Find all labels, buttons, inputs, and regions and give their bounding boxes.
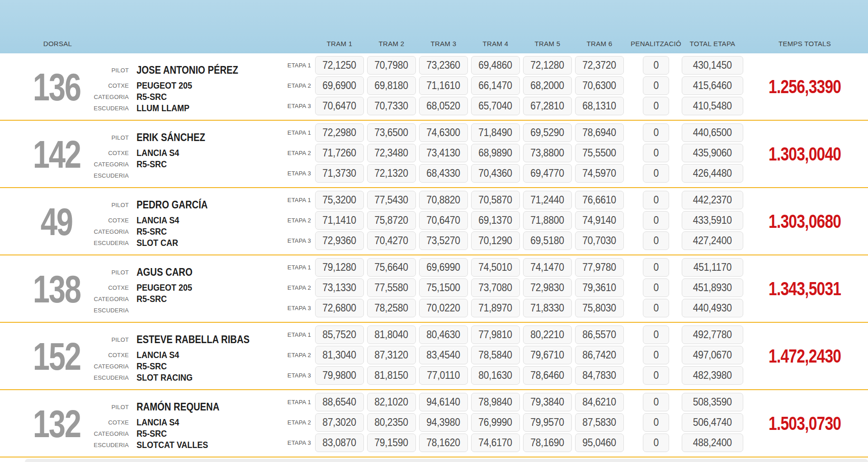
tram-cell[interactable]: 80,1630 [471,366,520,385]
tram-cell[interactable]: 88,6540 [315,393,364,411]
tram-cell[interactable]: 77,0110 [419,366,468,385]
tram-cell[interactable]: 80,2350 [367,413,416,432]
etapa-total-cell[interactable]: 482,3980 [682,366,743,385]
penalty-cell[interactable]: 0 [643,258,669,277]
tram-cell[interactable]: 81,8040 [367,325,416,344]
tram-cell[interactable]: 76,6610 [575,191,624,209]
tram-cell[interactable]: 73,5270 [419,231,468,250]
tram-cell[interactable]: 86,5570 [575,325,624,344]
etapa-total-cell[interactable]: 440,4930 [682,299,743,317]
tram-cell[interactable]: 68,2000 [523,76,572,95]
tram-cell[interactable]: 79,3840 [523,393,572,411]
tram-cell[interactable]: 70,6470 [315,97,364,115]
etapa-total-cell[interactable]: 440,6500 [682,123,743,142]
tram-cell[interactable]: 65,7040 [471,97,520,115]
tram-cell[interactable]: 71,1410 [315,211,364,230]
tram-cell[interactable]: 70,4270 [367,231,416,250]
tram-cell[interactable]: 69,6900 [315,76,364,95]
tram-cell[interactable]: 69,5180 [523,231,572,250]
penalty-cell[interactable]: 0 [643,144,669,162]
tram-cell[interactable]: 71,1610 [419,76,468,95]
tram-cell[interactable]: 69,1370 [471,211,520,230]
tram-cell[interactable]: 74,6300 [419,123,468,142]
penalty-cell[interactable]: 0 [643,97,669,115]
etapa-total-cell[interactable]: 415,6460 [682,76,743,95]
tram-cell[interactable]: 72,9360 [315,231,364,250]
etapa-total-cell[interactable]: 451,1170 [682,258,743,277]
tram-cell[interactable]: 71,7260 [315,144,364,162]
penalty-cell[interactable]: 0 [643,346,669,364]
tram-cell[interactable]: 72,1280 [523,56,572,75]
etapa-total-cell[interactable]: 435,9060 [682,144,743,162]
penalty-cell[interactable]: 0 [643,434,669,452]
tram-cell[interactable]: 75,8030 [575,299,624,317]
tram-cell[interactable]: 71,8490 [471,123,520,142]
tram-cell[interactable]: 87,5830 [575,413,624,432]
tram-cell[interactable]: 73,2360 [419,56,468,75]
tram-cell[interactable]: 79,1590 [367,434,416,452]
penalty-cell[interactable]: 0 [643,164,669,183]
tram-cell[interactable]: 70,5870 [471,191,520,209]
tram-cell[interactable]: 78,9840 [471,393,520,411]
tram-cell[interactable]: 73,4130 [419,144,468,162]
tram-cell[interactable]: 78,1620 [419,434,468,452]
tram-cell[interactable]: 81,3040 [315,346,364,364]
tram-cell[interactable]: 75,6640 [367,258,416,277]
tram-cell[interactable]: 73,7080 [471,278,520,297]
penalty-cell[interactable]: 0 [643,299,669,317]
penalty-cell[interactable]: 0 [643,76,669,95]
tram-cell[interactable]: 83,0870 [315,434,364,452]
tram-cell[interactable]: 73,8800 [523,144,572,162]
tram-cell[interactable]: 76,9990 [471,413,520,432]
tram-cell[interactable]: 77,5430 [367,191,416,209]
tram-cell[interactable]: 70,8820 [419,191,468,209]
tram-cell[interactable]: 73,1330 [315,278,364,297]
tram-cell[interactable]: 72,3480 [367,144,416,162]
tram-cell[interactable]: 70,7980 [367,56,416,75]
penalty-cell[interactable]: 0 [643,231,669,250]
tram-cell[interactable]: 68,0520 [419,97,468,115]
penalty-cell[interactable]: 0 [643,393,669,411]
penalty-cell[interactable]: 0 [643,366,669,385]
tram-cell[interactable]: 84,6210 [575,393,624,411]
tram-cell[interactable]: 74,5970 [575,164,624,183]
penalty-cell[interactable]: 0 [643,325,669,344]
tram-cell[interactable]: 75,3200 [315,191,364,209]
penalty-cell[interactable]: 0 [643,278,669,297]
tram-cell[interactable]: 78,2580 [367,299,416,317]
tram-cell[interactable]: 78,6940 [575,123,624,142]
tram-cell[interactable]: 73,6500 [367,123,416,142]
tram-cell[interactable]: 83,4540 [419,346,468,364]
tram-cell[interactable]: 72,2980 [315,123,364,142]
tram-cell[interactable]: 72,1320 [367,164,416,183]
tram-cell[interactable]: 71,8330 [523,299,572,317]
tram-cell[interactable]: 84,7830 [575,366,624,385]
tram-cell[interactable]: 79,6710 [523,346,572,364]
etapa-total-cell[interactable]: 508,3590 [682,393,743,411]
tram-cell[interactable]: 78,5840 [471,346,520,364]
tram-cell[interactable]: 72,1250 [315,56,364,75]
penalty-cell[interactable]: 0 [643,211,669,230]
tram-cell[interactable]: 69,4860 [471,56,520,75]
tram-cell[interactable]: 77,9780 [575,258,624,277]
tram-cell[interactable]: 79,3610 [575,278,624,297]
tram-cell[interactable]: 70,4360 [471,164,520,183]
tram-cell[interactable]: 74,9140 [575,211,624,230]
penalty-cell[interactable]: 0 [643,123,669,142]
tram-cell[interactable]: 77,9810 [471,325,520,344]
tram-cell[interactable]: 85,7520 [315,325,364,344]
tram-cell[interactable]: 69,8180 [367,76,416,95]
tram-cell[interactable]: 68,9890 [471,144,520,162]
tram-cell[interactable]: 87,3020 [315,413,364,432]
tram-cell[interactable]: 82,1020 [367,393,416,411]
tram-cell[interactable]: 69,4770 [523,164,572,183]
tram-cell[interactable]: 79,1280 [315,258,364,277]
tram-cell[interactable]: 75,1500 [419,278,468,297]
etapa-total-cell[interactable]: 506,4740 [682,413,743,432]
tram-cell[interactable]: 71,8970 [471,299,520,317]
tram-cell[interactable]: 77,5580 [367,278,416,297]
tram-cell[interactable]: 70,7330 [367,97,416,115]
etapa-total-cell[interactable]: 426,4480 [682,164,743,183]
etapa-total-cell[interactable]: 488,2400 [682,434,743,452]
tram-cell[interactable]: 71,2440 [523,191,572,209]
